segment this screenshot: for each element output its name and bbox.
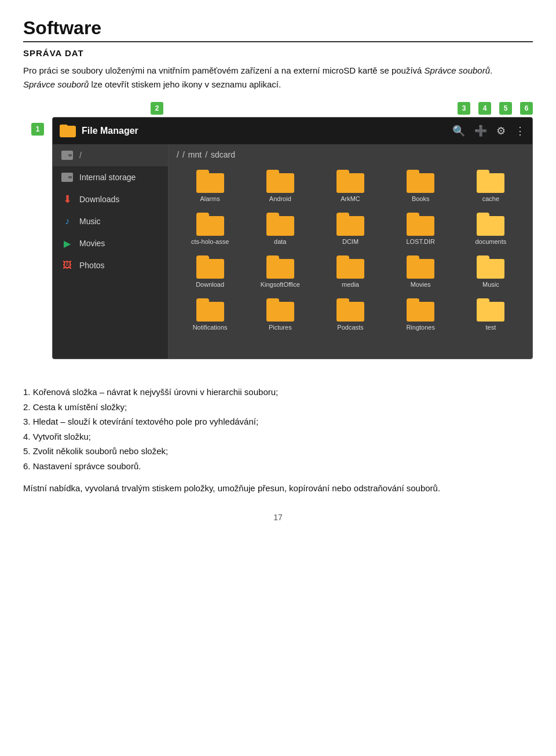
sidebar-label-music: Music [79, 217, 101, 226]
page-number: 17 [23, 513, 533, 522]
sidebar-label-downloads: Downloads [79, 195, 119, 204]
folder-notifications-label: Notifications [193, 324, 228, 331]
fm-main-area: / / mnt / sdcard Alarms Android [169, 144, 532, 359]
fm-header: File Manager 🔍 ➕ ⚙ ⋮ [53, 118, 532, 144]
photos-icon: 🖼 [61, 259, 74, 272]
folder-documents-icon [477, 213, 504, 236]
folder-lost-dir[interactable]: LOST.DIR [387, 210, 454, 247]
breadcrumb-sep2: / [205, 150, 207, 159]
internal-storage-icon [61, 171, 74, 184]
folder-arkmc[interactable]: ArkMC [317, 167, 383, 204]
folder-test-icon [477, 298, 504, 322]
list-item-6: 6. Nastavení správce souborů. [23, 459, 533, 474]
folder-media[interactable]: media [317, 253, 383, 290]
folder-podcasts[interactable]: Podcasts [317, 296, 383, 333]
annotation-top-row: 2 3 4 5 6 [23, 102, 533, 117]
more-icon[interactable]: ⋮ [515, 125, 525, 137]
search-icon[interactable]: 🔍 [452, 125, 465, 137]
folder-data-icon [266, 213, 294, 236]
page-title: Software [23, 17, 533, 42]
fm-folder-grid: Alarms Android ArkMC Books [177, 167, 524, 333]
folder-lost-dir-label: LOST.DIR [406, 238, 435, 245]
annotation-1: 1 [31, 123, 44, 136]
folder-cts-icon [196, 213, 224, 236]
folder-alarms-icon [196, 170, 224, 193]
music-icon: ♪ [61, 215, 74, 228]
folder-music-icon [477, 255, 504, 279]
filter-icon[interactable]: ⚙ [496, 125, 506, 137]
intro-paragraph: Pro práci se soubory uloženými na vnitřn… [23, 64, 533, 92]
file-manager-window: File Manager 🔍 ➕ ⚙ ⋮ / [52, 117, 533, 359]
folder-dcim-icon [336, 213, 364, 236]
folder-android[interactable]: Android [247, 167, 313, 204]
folder-data[interactable]: data [247, 210, 313, 247]
folder-pictures-label: Pictures [269, 324, 292, 331]
section-heading: SPRÁVA DAT [23, 48, 533, 58]
sidebar-item-music[interactable]: ♪ Music [53, 210, 168, 232]
folder-music-label: Music [482, 281, 499, 288]
folder-podcasts-icon [336, 298, 364, 322]
add-folder-icon[interactable]: ➕ [474, 125, 487, 137]
folder-movies-label: Movies [411, 281, 431, 288]
folder-books-icon [407, 170, 434, 193]
annotation-3: 3 [458, 102, 470, 115]
list-item-5: 5. Zvolit několik souborů nebo složek; [23, 444, 533, 459]
folder-music[interactable]: Music [458, 253, 524, 290]
sidebar-item-internal-storage[interactable]: Internal storage [53, 166, 168, 188]
breadcrumb-sep1: / [182, 150, 185, 159]
folder-arkmc-label: ArkMC [341, 195, 360, 202]
folder-pictures[interactable]: Pictures [247, 296, 313, 333]
folder-books-label: Books [412, 195, 430, 202]
fm-body: / Internal storage ⬇ Downloads ♪ Music [53, 144, 532, 359]
fm-header-actions: 🔍 ➕ ⚙ ⋮ [452, 125, 525, 137]
fm-title-text: File Manager [82, 126, 138, 136]
folder-download-label: Download [196, 281, 224, 288]
folder-movies[interactable]: Movies [387, 253, 454, 290]
sidebar-item-movies[interactable]: ▶ Movies [53, 232, 168, 254]
folder-lost-dir-icon [407, 213, 434, 236]
folder-kingsoftoffice-icon [266, 255, 294, 279]
folder-media-icon [336, 255, 364, 279]
movies-icon: ▶ [61, 237, 74, 250]
folder-cache-icon [477, 170, 504, 193]
folder-notifications[interactable]: Notifications [177, 296, 243, 333]
folder-ringtones[interactable]: Ringtones [387, 296, 454, 333]
folder-movies-icon [407, 255, 434, 279]
folder-cts[interactable]: cts-holo-asse [177, 210, 243, 247]
folder-alarms-label: Alarms [200, 195, 220, 202]
folder-kingsoftoffice[interactable]: KingsoftOffice [247, 253, 313, 290]
folder-dcim[interactable]: DCIM [317, 210, 383, 247]
list-item-4: 4. Vytvořit složku; [23, 429, 533, 444]
folder-test[interactable]: test [458, 296, 524, 333]
folder-cache[interactable]: cache [458, 167, 524, 204]
folder-alarms[interactable]: Alarms [177, 167, 243, 204]
annotation-2: 2 [151, 102, 163, 115]
sidebar-root[interactable]: / [53, 144, 168, 166]
folder-cache-label: cache [482, 195, 499, 202]
folder-dcim-label: DCIM [342, 238, 359, 245]
sidebar-item-downloads[interactable]: ⬇ Downloads [53, 188, 168, 210]
folder-ringtones-icon [407, 298, 434, 322]
breadcrumb-root[interactable]: / [177, 150, 179, 159]
folder-cts-label: cts-holo-asse [191, 238, 229, 245]
annotation-4: 4 [478, 102, 491, 115]
sidebar-label-internal-storage: Internal storage [79, 173, 136, 182]
list-item-2: 2. Cesta k umístění složky; [23, 400, 533, 415]
breadcrumb-sdcard[interactable]: sdcard [211, 150, 235, 159]
folder-documents[interactable]: documents [458, 210, 524, 247]
annotation-5: 5 [499, 102, 512, 115]
breadcrumb-mnt[interactable]: mnt [188, 150, 202, 159]
annotation-6: 6 [520, 102, 533, 115]
fm-folder-icon [60, 125, 76, 137]
storage-icon [61, 151, 73, 160]
list-item-1: 1. Kořenová složka – návrat k nejvyšší ú… [23, 385, 533, 400]
sidebar-item-photos[interactable]: 🖼 Photos [53, 254, 168, 276]
folder-arkmc-icon [336, 170, 364, 193]
folder-android-icon [266, 170, 294, 193]
folder-media-label: media [342, 281, 359, 288]
fm-sidebar: / Internal storage ⬇ Downloads ♪ Music [53, 144, 169, 359]
folder-books[interactable]: Books [387, 167, 454, 204]
sidebar-label-photos: Photos [79, 261, 105, 270]
folder-data-label: data [274, 238, 286, 245]
folder-download[interactable]: Download [177, 253, 243, 290]
